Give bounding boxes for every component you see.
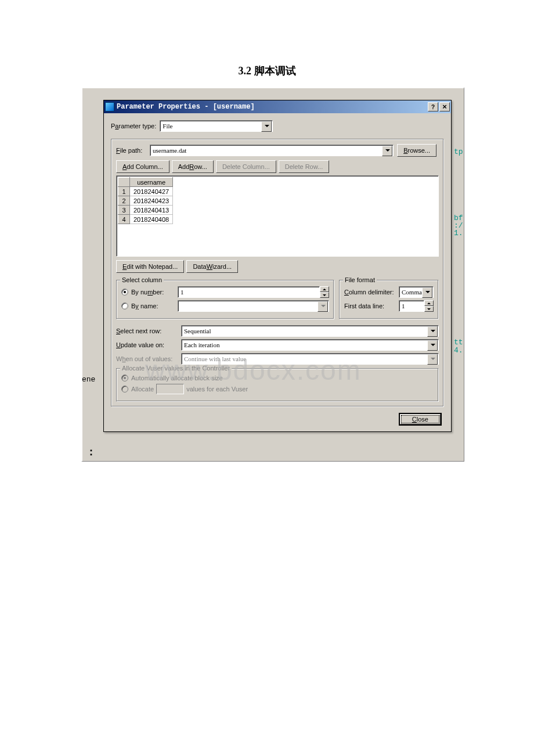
file-path-combo[interactable]: username.dat [150,145,394,156]
by-number-spinner[interactable] [320,286,329,298]
select-next-row-combo[interactable]: Sequential [181,325,439,337]
first-data-line-spinner[interactable] [424,300,434,312]
by-number-radio[interactable] [121,289,128,296]
table-row[interactable]: 32018240413 [118,206,173,215]
window-title: Parameter Properties - [username] [117,103,255,111]
delete-row-button[interactable]: Delete Row... [279,160,329,173]
file-format-legend: File format [343,276,377,283]
parameter-type-label: Parameter type: [111,123,156,129]
by-name-radio[interactable] [121,303,128,309]
app-icon [105,102,114,111]
close-button[interactable]: Close [399,413,442,426]
grid-corner [118,178,130,187]
browse-button[interactable]: Browse... [397,144,436,157]
first-data-line-label: First data line: [344,303,395,309]
update-value-combo[interactable]: Each iteration [181,339,439,351]
close-window-button[interactable]: × [439,102,450,111]
allocate-label: Allocate [131,386,154,393]
when-out-of-values-combo: Continue with last value [181,353,439,365]
update-value-label: Update value on: [116,341,181,348]
add-row-button[interactable]: Add Row... [172,160,214,173]
by-name-combo [178,300,329,312]
bg-code-fragment: 1. [454,229,463,237]
column-delimiter-combo[interactable]: Comma [399,286,434,298]
select-next-row-label: Select next row: [116,327,181,334]
titlebar[interactable]: Parameter Properties - [username] ? × [104,100,451,113]
section-heading: 3.2 脚本调试 [0,0,534,89]
table-row[interactable]: 12018240427 [118,187,173,196]
by-number-label: By number: [131,289,174,296]
auto-allocate-label: Automatically allocate block size [131,375,223,381]
first-data-line-input[interactable]: 1 [399,300,424,312]
parameter-properties-dialog: Parameter Properties - [username] ? × Pa… [103,100,452,432]
bg-code-fragment: ene [82,375,95,384]
auto-allocate-radio [121,375,128,381]
help-button[interactable]: ? [428,102,438,111]
bg-code-fragment: tp [454,147,463,156]
allocate-legend: Allocate Vuser values in the Controller [120,365,232,372]
grid-header[interactable]: username [130,178,173,187]
by-name-label: By name: [131,303,174,309]
by-number-input[interactable]: 1 [178,286,320,298]
data-wizard-button[interactable]: Data Wizard... [186,260,238,273]
edit-with-notepad-button[interactable]: Edit with Notepad... [116,260,184,273]
allocate-count-input [156,384,184,394]
parameter-type-combo[interactable]: File [160,120,273,132]
table-row[interactable]: 42018240408 [118,215,173,224]
bg-code-fragment: tt [454,338,463,347]
allocate-radio [121,386,128,393]
data-grid[interactable]: username 12018240427 22018240423 3201824… [116,175,439,257]
add-column-button[interactable]: Add Column... [116,160,169,173]
table-row[interactable]: 22018240423 [118,196,173,206]
allocate-suffix-label: values for each Vuser [186,386,248,393]
when-out-of-values-label: When out of values: [116,355,181,362]
bg-code-fragment: 4. [454,346,463,355]
delete-column-button[interactable]: Delete Column... [216,160,276,173]
punctuation-colon: ： [86,445,96,459]
select-column-legend: Select column [120,276,164,283]
file-path-label: File path: [116,147,146,154]
column-delimiter-label: Column delimiter: [344,289,395,296]
